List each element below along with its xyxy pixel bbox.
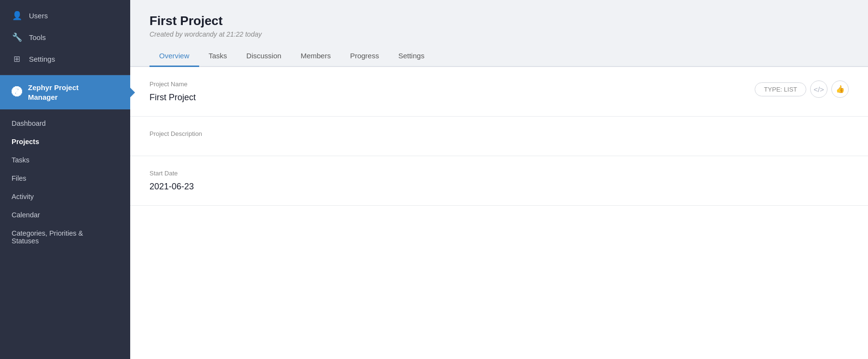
- code-icon: </>: [814, 85, 824, 93]
- thumbs-up-icon: 👍: [836, 85, 845, 93]
- start-date-section: Start Date 2021-06-23: [130, 156, 868, 206]
- page-subtitle: Created by wordcandy at 21:22 today: [149, 30, 849, 38]
- tab-progress[interactable]: Progress: [340, 46, 389, 67]
- sidebar-item-files-label: Files: [12, 174, 27, 182]
- sidebar-item-projects-label: Projects: [12, 138, 39, 146]
- sidebar-item-categories[interactable]: Categories, Priorities &Statuses: [0, 224, 130, 250]
- users-icon: 👤: [12, 11, 22, 21]
- sidebar-item-activity[interactable]: Activity: [0, 187, 130, 206]
- sidebar-item-files[interactable]: Files: [0, 169, 130, 187]
- sidebar-item-dashboard-label: Dashboard: [12, 120, 46, 127]
- project-name-section: Project Name First Project TYPE: LIST </…: [130, 67, 868, 117]
- thumbs-up-icon-button[interactable]: 👍: [831, 80, 849, 98]
- overview-content: Project Name First Project TYPE: LIST </…: [130, 67, 868, 359]
- sidebar-item-projects[interactable]: Projects: [0, 133, 130, 151]
- zephyr-icon: 🅩: [12, 86, 22, 99]
- sidebar-plugin-zephyr[interactable]: 🅩 Zephyr ProjectManager: [0, 75, 130, 109]
- page-title: First Project: [149, 13, 849, 28]
- sidebar-item-tools-label: Tools: [29, 33, 46, 41]
- main-content: First Project Created by wordcandy at 21…: [130, 0, 868, 359]
- type-badge[interactable]: TYPE: LIST: [755, 82, 806, 96]
- sidebar-top-nav: 👤 Users 🔧 Tools ⊞ Settings: [0, 0, 130, 75]
- tab-overview[interactable]: Overview: [149, 46, 199, 67]
- sidebar-item-tools[interactable]: 🔧 Tools: [0, 27, 130, 48]
- sidebar-item-calendar-label: Calendar: [12, 211, 40, 219]
- project-description-section: Project Description: [130, 117, 868, 156]
- sidebar-item-users-label: Users: [29, 12, 48, 20]
- project-name-value: First Project: [149, 93, 849, 103]
- tab-members[interactable]: Members: [291, 46, 340, 67]
- sidebar-item-activity-label: Activity: [12, 193, 34, 200]
- sidebar-item-settings-top-label: Settings: [29, 55, 55, 63]
- tab-discussion[interactable]: Discussion: [237, 46, 291, 67]
- sidebar: 👤 Users 🔧 Tools ⊞ Settings 🅩 Zephyr Proj…: [0, 0, 130, 359]
- sidebar-plugin-label: Zephyr ProjectManager: [28, 83, 79, 102]
- sidebar-item-users[interactable]: 👤 Users: [0, 5, 130, 27]
- tabs: Overview Tasks Discussion Members Progre…: [130, 46, 868, 67]
- sidebar-subnav: Dashboard Projects Tasks Files Activity …: [0, 109, 130, 359]
- code-icon-button[interactable]: </>: [810, 80, 827, 98]
- start-date-label: Start Date: [149, 170, 849, 177]
- sidebar-item-dashboard[interactable]: Dashboard: [0, 114, 130, 133]
- sidebar-item-tasks[interactable]: Tasks: [0, 151, 130, 169]
- settings-grid-icon: ⊞: [12, 54, 22, 64]
- page-header: First Project Created by wordcandy at 21…: [130, 0, 868, 46]
- section-actions: TYPE: LIST </> 👍: [755, 80, 849, 98]
- tab-settings[interactable]: Settings: [389, 46, 434, 67]
- sidebar-item-calendar[interactable]: Calendar: [0, 206, 130, 224]
- tools-icon: 🔧: [12, 32, 22, 42]
- project-name-label: Project Name: [149, 80, 849, 88]
- sidebar-item-categories-label: Categories, Priorities &Statuses: [12, 229, 83, 245]
- sidebar-item-settings-top[interactable]: ⊞ Settings: [0, 48, 130, 70]
- sidebar-item-tasks-label: Tasks: [12, 156, 29, 164]
- start-date-value: 2021-06-23: [149, 182, 849, 192]
- project-description-label: Project Description: [149, 130, 849, 137]
- tab-tasks[interactable]: Tasks: [199, 46, 237, 67]
